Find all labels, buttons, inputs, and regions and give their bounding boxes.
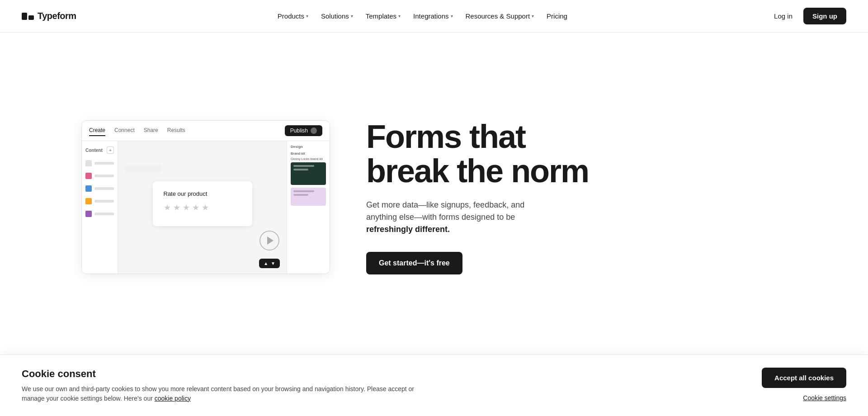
mock-circle bbox=[311, 128, 317, 134]
chevron-down-icon: ▾ bbox=[532, 14, 534, 19]
mock-sidebar-header: Content + bbox=[85, 147, 114, 154]
nav-pricing[interactable]: Pricing bbox=[541, 9, 573, 24]
mock-sidebar-item bbox=[85, 171, 114, 181]
nav-templates[interactable]: Templates ▾ bbox=[360, 9, 406, 24]
nav-actions: Log in Sign up bbox=[769, 8, 846, 24]
nav-links: Products ▾ Solutions ▾ Templates ▾ Integ… bbox=[272, 9, 573, 24]
star-icon: ★ bbox=[164, 203, 171, 213]
mock-play-button[interactable] bbox=[259, 231, 279, 251]
logo-text: Typeform bbox=[38, 11, 76, 21]
arrow-up-icon: ▲ bbox=[264, 261, 268, 266]
mock-sidebar-item bbox=[85, 196, 114, 206]
hero-visual: Create Connect Share Results Publish Con… bbox=[81, 120, 330, 274]
star-icon: ★ bbox=[183, 203, 190, 213]
mock-tab-create[interactable]: Create bbox=[89, 125, 105, 136]
chevron-down-icon: ▾ bbox=[451, 14, 453, 19]
mock-tab-share[interactable]: Share bbox=[144, 125, 158, 136]
hero-headline: Forms that break the norm bbox=[366, 120, 832, 188]
logo[interactable]: Typeform bbox=[22, 11, 76, 21]
nav-integrations[interactable]: Integrations ▾ bbox=[408, 9, 458, 24]
nav-products[interactable]: Products ▾ bbox=[272, 9, 314, 24]
mock-add-button[interactable]: + bbox=[107, 147, 114, 154]
mock-placeholder-bar bbox=[125, 165, 161, 172]
mock-sidebar-item bbox=[85, 209, 114, 219]
play-icon bbox=[267, 236, 274, 245]
login-button[interactable]: Log in bbox=[769, 9, 798, 24]
hero-cta-button[interactable]: Get started—it's free bbox=[366, 252, 462, 274]
mock-form-card: Rate our product ★ ★ ★ ★ ★ bbox=[153, 181, 252, 226]
mock-tab-group: Create Connect Share Results bbox=[89, 125, 185, 136]
hero-subtext: Get more data—like signups, feedback, an… bbox=[366, 199, 538, 236]
chevron-down-icon: ▾ bbox=[351, 14, 353, 19]
signup-button[interactable]: Sign up bbox=[803, 8, 846, 24]
mock-sidebar-item bbox=[85, 158, 114, 168]
mock-publish-button[interactable]: Publish bbox=[285, 125, 322, 136]
mock-brand-block-light bbox=[291, 188, 326, 206]
mock-sidebar-item bbox=[85, 184, 114, 194]
star-icon: ★ bbox=[173, 203, 180, 213]
star-icon: ★ bbox=[192, 203, 199, 213]
mock-sidebar: Content + bbox=[82, 141, 118, 274]
mock-sidebar-title: Content bbox=[85, 148, 103, 153]
mock-tab-results[interactable]: Results bbox=[167, 125, 185, 136]
mock-center-content: Rate our product ★ ★ ★ ★ ★ bbox=[118, 141, 287, 274]
star-icon: ★ bbox=[202, 203, 209, 213]
mock-tab-connect[interactable]: Connect bbox=[114, 125, 135, 136]
cookie-banner: Cookie consent We use our own and third-… bbox=[0, 355, 868, 362]
mock-star-rating: ★ ★ ★ ★ ★ bbox=[164, 203, 241, 213]
nav-solutions[interactable]: Solutions ▾ bbox=[316, 9, 359, 24]
mock-card-title: Rate our product bbox=[164, 190, 241, 197]
mock-right-panel: Design Brand kit Glossy Locks brand kit bbox=[287, 141, 330, 274]
arrow-down-icon: ▼ bbox=[271, 261, 275, 266]
navbar: Typeform Products ▾ Solutions ▾ Template… bbox=[0, 0, 868, 33]
chevron-down-icon: ▾ bbox=[306, 14, 308, 19]
mock-body: Content + bbox=[82, 141, 330, 274]
logo-icon bbox=[22, 13, 34, 20]
chevron-down-icon: ▾ bbox=[398, 14, 401, 19]
mock-brand-block-dark bbox=[291, 162, 326, 185]
mock-nav-arrows: ▲ ▼ bbox=[259, 259, 280, 268]
mock-tabs-bar: Create Connect Share Results Publish bbox=[82, 121, 330, 141]
hero-section: Create Connect Share Results Publish Con… bbox=[0, 33, 868, 362]
nav-resources[interactable]: Resources & Support ▾ bbox=[460, 9, 540, 24]
mock-browser: Create Connect Share Results Publish Con… bbox=[81, 120, 330, 274]
hero-text: Forms that break the norm Get more data—… bbox=[366, 120, 832, 274]
mock-design-section: Design Brand kit Glossy Locks brand kit bbox=[291, 145, 326, 206]
